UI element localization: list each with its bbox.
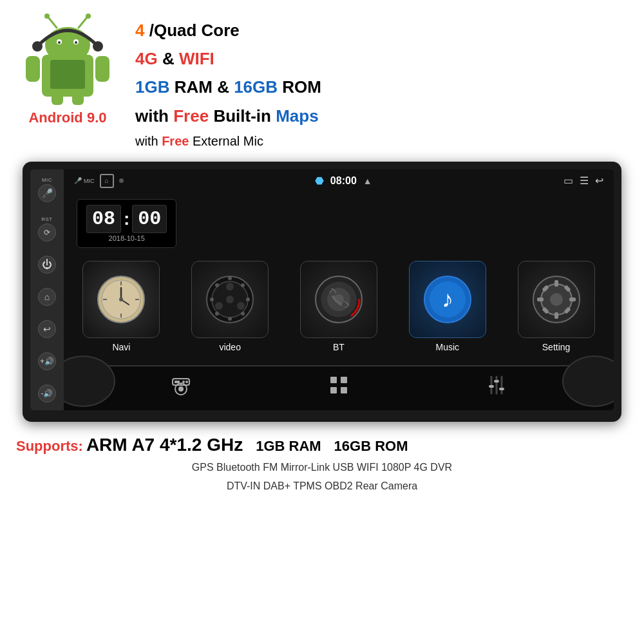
spec-and: & bbox=[162, 49, 179, 68]
equalizer-icon bbox=[485, 374, 508, 397]
svg-point-15 bbox=[93, 41, 103, 52]
svg-point-37 bbox=[215, 312, 219, 316]
bluetooth-icon: ⬣ bbox=[315, 175, 324, 187]
bottom-info-section: Supports: ARM A7 4*1.2 GHz 1GB RAM 16GB … bbox=[0, 425, 644, 502]
mic-button[interactable]: MIC 🎤 bbox=[38, 177, 56, 202]
clock-sep: : bbox=[124, 209, 129, 229]
video-reel-svg bbox=[204, 274, 256, 325]
svg-rect-64 bbox=[175, 381, 180, 383]
navi-app-icon[interactable]: Navi bbox=[82, 261, 160, 352]
android-version-label: Android 9.0 bbox=[28, 109, 106, 126]
device-outer: MIC 🎤 RST ⟳ ⏻ ⌂ ↩ +🔊 bbox=[23, 162, 621, 422]
svg-rect-55 bbox=[537, 298, 544, 301]
spec-wifi: WIFI bbox=[179, 49, 214, 68]
svg-rect-77 bbox=[499, 388, 504, 390]
svg-point-36 bbox=[228, 317, 232, 321]
clock-area: 08 : 00 2018-10-15 bbox=[70, 199, 607, 248]
svg-rect-12 bbox=[52, 92, 63, 105]
radio-button[interactable] bbox=[169, 374, 193, 401]
spec-rom-text: ROM bbox=[282, 77, 321, 97]
home-button[interactable]: ⌂ bbox=[38, 288, 56, 306]
android-mascot-icon bbox=[19, 10, 116, 106]
rst-button[interactable]: RST ⟳ bbox=[38, 216, 56, 242]
spec-16gb: 16GB bbox=[234, 77, 278, 97]
svg-point-7 bbox=[44, 14, 50, 19]
svg-rect-16 bbox=[50, 60, 85, 89]
menu-icon[interactable]: ☰ bbox=[580, 175, 589, 187]
top-section: Android 9.0 4 /Quad Core 4G & WIFI 1GB R… bbox=[0, 0, 644, 158]
setting-label: Setting bbox=[542, 342, 571, 352]
status-home-button[interactable]: ⌂ bbox=[100, 174, 114, 188]
mic-status-icon: 🎤 bbox=[74, 177, 82, 184]
svg-rect-56 bbox=[569, 298, 576, 301]
video-app-icon[interactable]: video bbox=[191, 261, 269, 352]
bt-app-icon[interactable]: 📞 BT bbox=[300, 261, 377, 352]
nav-back-icon[interactable]: ↩ bbox=[595, 175, 603, 187]
specs-block: 4 /Quad Core 4G & WIFI 1GB RAM & 16GB RO… bbox=[135, 10, 631, 152]
setting-gear-svg bbox=[531, 274, 582, 325]
svg-rect-10 bbox=[26, 56, 40, 82]
spec-line-5: with Free External Mic bbox=[135, 130, 631, 152]
svg-text:📞: 📞 bbox=[327, 288, 350, 309]
power-button[interactable]: ⏻ bbox=[38, 256, 56, 274]
spec-text-1: /Quad Core bbox=[149, 21, 240, 40]
spec-line-2: 4G & WIFI bbox=[135, 44, 631, 73]
back-button[interactable]: ↩ bbox=[38, 320, 56, 338]
svg-point-65 bbox=[182, 381, 185, 383]
device-wrapper: MIC 🎤 RST ⟳ ⏻ ⌂ ↩ +🔊 bbox=[23, 162, 621, 422]
svg-rect-75 bbox=[489, 385, 494, 388]
window-icon[interactable]: ▭ bbox=[564, 175, 573, 187]
spec-free1: Free bbox=[173, 106, 209, 126]
vol-up-icon: +🔊 bbox=[38, 352, 56, 370]
svg-point-33 bbox=[241, 283, 245, 287]
apps-grid-icon bbox=[327, 374, 350, 397]
svg-point-14 bbox=[32, 41, 43, 52]
rst-icon: ⟳ bbox=[38, 223, 56, 242]
bt-phone-svg: 📞 bbox=[313, 274, 365, 325]
svg-point-66 bbox=[185, 381, 188, 383]
setting-app-icon[interactable]: Setting bbox=[518, 261, 595, 352]
vol-down-icon: -🔊 bbox=[38, 384, 56, 402]
status-dot bbox=[119, 178, 124, 183]
music-icon-img: ♪ bbox=[409, 261, 486, 338]
spec-builtin: Built-in bbox=[213, 106, 276, 126]
svg-point-1 bbox=[45, 27, 90, 63]
mic-label: MIC bbox=[42, 177, 52, 183]
home-icon: ⌂ bbox=[38, 288, 56, 306]
svg-rect-76 bbox=[494, 380, 499, 383]
back-icon: ↩ bbox=[38, 320, 56, 338]
setting-icon-img bbox=[518, 261, 595, 338]
svg-text:♪: ♪ bbox=[442, 286, 453, 312]
spec-with2: with bbox=[135, 134, 162, 148]
status-center: ⬣ 08:00 ▲ bbox=[315, 175, 372, 187]
radio-icon bbox=[169, 374, 193, 397]
spec-free2: Free bbox=[162, 134, 189, 148]
home-btn-icon: ⌂ bbox=[104, 177, 108, 184]
equalizer-button[interactable] bbox=[485, 374, 508, 401]
spec-ram-text: RAM & bbox=[175, 77, 234, 97]
android-logo-block: Android 9.0 bbox=[13, 10, 122, 126]
clock-minutes: 00 bbox=[132, 205, 167, 233]
music-app-icon[interactable]: ♪ Music bbox=[409, 261, 486, 352]
signal-icon: ▲ bbox=[363, 176, 372, 186]
video-icon-img bbox=[191, 261, 269, 338]
apps-row: Navi bbox=[70, 254, 607, 359]
power-icon: ⏻ bbox=[38, 256, 56, 274]
supports-label: Supports: bbox=[16, 438, 83, 455]
svg-rect-68 bbox=[330, 377, 337, 383]
svg-point-31 bbox=[215, 302, 223, 310]
svg-line-6 bbox=[48, 17, 57, 28]
svg-rect-71 bbox=[341, 387, 347, 393]
mic-icon: 🎤 bbox=[38, 184, 56, 202]
clock-date: 2018-10-15 bbox=[86, 234, 167, 242]
vol-down-button[interactable]: -🔊 bbox=[38, 384, 56, 402]
apps-grid-button[interactable] bbox=[327, 374, 350, 401]
main-screen: 🎤 MIC ⌂ ⬣ 08:00 ▲ ▭ bbox=[64, 169, 614, 410]
svg-point-9 bbox=[86, 14, 91, 19]
clock-time-display: 08 : 00 bbox=[86, 205, 167, 233]
features-line-2: DTV-IN DAB+ TPMS OBD2 Rear Camera bbox=[16, 477, 628, 496]
ram-spec: 1GB RAM bbox=[256, 438, 321, 455]
svg-point-52 bbox=[550, 293, 563, 306]
svg-point-5 bbox=[75, 41, 77, 44]
vol-up-button[interactable]: +🔊 bbox=[38, 352, 56, 370]
